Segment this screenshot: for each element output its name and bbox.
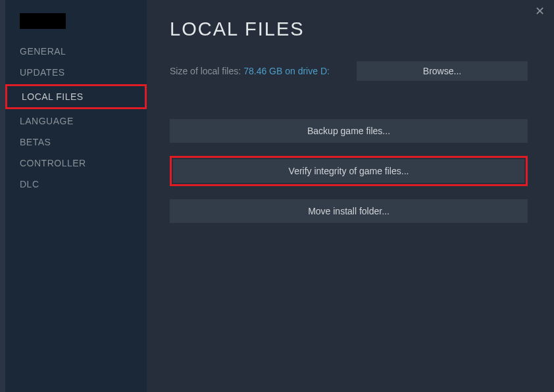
sidebar-item-general[interactable]: GENERAL [5,41,147,62]
left-edge-strip [0,0,5,392]
verify-integrity-highlight: Verify integrity of game files... [170,156,528,186]
sidebar-item-local-files[interactable]: LOCAL FILES [7,86,145,107]
size-value: 78.46 GB on drive D: [243,66,330,76]
sidebar-item-language[interactable]: LANGUAGE [5,110,147,132]
sidebar-item-controller[interactable]: CONTROLLER [5,153,147,174]
sidebar-item-betas[interactable]: BETAS [5,132,147,153]
size-row: Size of local files: 78.46 GB on drive D… [170,61,528,81]
sidebar-item-updates[interactable]: UPDATES [5,62,147,83]
size-label: Size of local files: [170,66,241,76]
sidebar-item-local-files-highlight: LOCAL FILES [5,84,147,109]
game-title-redacted [20,13,66,29]
close-icon[interactable]: ✕ [535,5,545,17]
verify-integrity-button[interactable]: Verify integrity of game files... [173,159,524,183]
browse-button[interactable]: Browse... [357,61,528,81]
page-title: LOCAL FILES [170,18,528,40]
sidebar: GENERAL UPDATES LOCAL FILES LANGUAGE BET… [5,0,147,392]
backup-game-files-button[interactable]: Backup game files... [170,119,528,143]
sidebar-item-dlc[interactable]: DLC [5,174,147,195]
move-install-folder-button[interactable]: Move install folder... [170,199,528,223]
main-content: ✕ LOCAL FILES Size of local files: 78.46… [147,0,554,392]
